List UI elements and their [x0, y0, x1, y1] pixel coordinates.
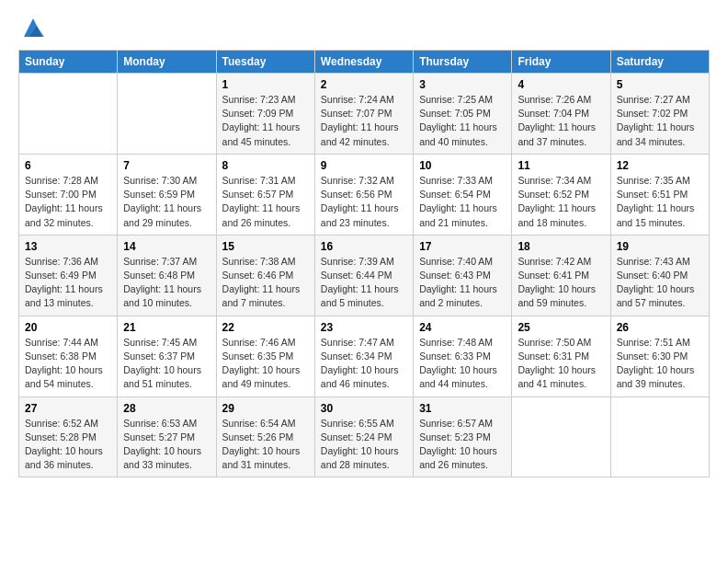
- day-number: 22: [222, 321, 309, 334]
- day-number: 26: [617, 321, 703, 334]
- day-number: 24: [419, 321, 506, 334]
- col-header-tuesday: Tuesday: [216, 51, 314, 74]
- day-info: Sunrise: 7:39 AMSunset: 6:44 PMDaylight:…: [321, 255, 407, 311]
- calendar-cell: 15Sunrise: 7:38 AMSunset: 6:46 PMDayligh…: [216, 235, 314, 316]
- calendar-cell: 27Sunrise: 6:52 AMSunset: 5:28 PMDayligh…: [19, 396, 118, 477]
- col-header-sunday: Sunday: [19, 51, 118, 74]
- day-info: Sunrise: 7:50 AMSunset: 6:31 PMDaylight:…: [518, 336, 604, 392]
- col-header-thursday: Thursday: [414, 51, 512, 74]
- calendar-cell: 29Sunrise: 6:54 AMSunset: 5:26 PMDayligh…: [216, 396, 314, 477]
- day-info: Sunrise: 7:38 AMSunset: 6:46 PMDaylight:…: [222, 255, 309, 311]
- day-info: Sunrise: 7:48 AMSunset: 6:33 PMDaylight:…: [419, 336, 506, 392]
- day-number: 29: [222, 402, 309, 415]
- calendar-cell: 14Sunrise: 7:37 AMSunset: 6:48 PMDayligh…: [118, 235, 216, 316]
- day-info: Sunrise: 6:54 AMSunset: 5:26 PMDaylight:…: [222, 417, 309, 473]
- calendar-cell: 31Sunrise: 6:57 AMSunset: 5:23 PMDayligh…: [414, 396, 512, 477]
- day-number: 1: [222, 78, 309, 91]
- day-info: Sunrise: 6:52 AMSunset: 5:28 PMDaylight:…: [25, 417, 111, 473]
- day-number: 18: [518, 240, 604, 253]
- calendar-cell: 3Sunrise: 7:25 AMSunset: 7:05 PMDaylight…: [414, 74, 512, 155]
- day-number: 19: [617, 240, 703, 253]
- day-number: 17: [419, 240, 506, 253]
- day-number: 10: [419, 159, 506, 172]
- calendar-cell: 1Sunrise: 7:23 AMSunset: 7:09 PMDaylight…: [216, 74, 314, 155]
- day-info: Sunrise: 6:53 AMSunset: 5:27 PMDaylight:…: [123, 417, 210, 473]
- day-info: Sunrise: 7:42 AMSunset: 6:41 PMDaylight:…: [518, 255, 604, 311]
- day-info: Sunrise: 7:32 AMSunset: 6:56 PMDaylight:…: [321, 174, 407, 230]
- calendar-cell: 19Sunrise: 7:43 AMSunset: 6:40 PMDayligh…: [610, 235, 709, 316]
- calendar-week-row: 20Sunrise: 7:44 AMSunset: 6:38 PMDayligh…: [19, 316, 710, 396]
- day-info: Sunrise: 7:27 AMSunset: 7:02 PMDaylight:…: [617, 93, 703, 149]
- day-info: Sunrise: 7:31 AMSunset: 6:57 PMDaylight:…: [222, 174, 309, 230]
- calendar-cell: 2Sunrise: 7:24 AMSunset: 7:07 PMDaylight…: [314, 74, 413, 155]
- logo: [18, 15, 46, 40]
- col-header-wednesday: Wednesday: [314, 51, 413, 74]
- col-header-monday: Monday: [118, 51, 216, 74]
- day-info: Sunrise: 6:57 AMSunset: 5:23 PMDaylight:…: [419, 417, 506, 473]
- calendar-cell: 20Sunrise: 7:44 AMSunset: 6:38 PMDayligh…: [19, 316, 118, 396]
- day-number: 6: [25, 159, 111, 172]
- calendar-cell: 12Sunrise: 7:35 AMSunset: 6:51 PMDayligh…: [610, 154, 709, 235]
- day-number: 28: [123, 402, 210, 415]
- day-info: Sunrise: 7:35 AMSunset: 6:51 PMDaylight:…: [617, 174, 703, 230]
- calendar-cell: 30Sunrise: 6:55 AMSunset: 5:24 PMDayligh…: [314, 396, 413, 477]
- day-info: Sunrise: 7:40 AMSunset: 6:43 PMDaylight:…: [419, 255, 506, 311]
- calendar-cell: [19, 74, 118, 155]
- day-number: 31: [419, 402, 506, 415]
- day-info: Sunrise: 7:25 AMSunset: 7:05 PMDaylight:…: [419, 93, 506, 149]
- day-number: 30: [321, 402, 407, 415]
- day-info: Sunrise: 7:36 AMSunset: 6:49 PMDaylight:…: [25, 255, 111, 311]
- calendar-cell: 22Sunrise: 7:46 AMSunset: 6:35 PMDayligh…: [216, 316, 314, 396]
- day-number: 20: [25, 321, 111, 334]
- calendar-table: SundayMondayTuesdayWednesdayThursdayFrid…: [18, 50, 710, 477]
- calendar-week-row: 27Sunrise: 6:52 AMSunset: 5:28 PMDayligh…: [19, 396, 710, 477]
- calendar-cell: 8Sunrise: 7:31 AMSunset: 6:57 PMDaylight…: [216, 154, 314, 235]
- calendar-cell: 18Sunrise: 7:42 AMSunset: 6:41 PMDayligh…: [512, 235, 610, 316]
- day-info: Sunrise: 7:51 AMSunset: 6:30 PMDaylight:…: [617, 336, 703, 392]
- day-number: 3: [419, 78, 506, 91]
- calendar-cell: 7Sunrise: 7:30 AMSunset: 6:59 PMDaylight…: [118, 154, 216, 235]
- calendar-week-row: 6Sunrise: 7:28 AMSunset: 7:00 PMDaylight…: [19, 154, 710, 235]
- day-number: 23: [321, 321, 407, 334]
- day-info: Sunrise: 7:30 AMSunset: 6:59 PMDaylight:…: [123, 174, 210, 230]
- day-number: 2: [321, 78, 407, 91]
- calendar-cell: 26Sunrise: 7:51 AMSunset: 6:30 PMDayligh…: [610, 316, 709, 396]
- calendar-cell: 6Sunrise: 7:28 AMSunset: 7:00 PMDaylight…: [19, 154, 118, 235]
- day-number: 7: [123, 159, 210, 172]
- calendar-cell: 21Sunrise: 7:45 AMSunset: 6:37 PMDayligh…: [118, 316, 216, 396]
- calendar-cell: 23Sunrise: 7:47 AMSunset: 6:34 PMDayligh…: [314, 316, 413, 396]
- day-number: 4: [518, 78, 604, 91]
- calendar-cell: [512, 396, 610, 477]
- day-info: Sunrise: 7:24 AMSunset: 7:07 PMDaylight:…: [321, 93, 407, 149]
- calendar-cell: 13Sunrise: 7:36 AMSunset: 6:49 PMDayligh…: [19, 235, 118, 316]
- header: [18, 15, 710, 40]
- calendar-cell: [610, 396, 709, 477]
- calendar-cell: 9Sunrise: 7:32 AMSunset: 6:56 PMDaylight…: [314, 154, 413, 235]
- day-info: Sunrise: 7:34 AMSunset: 6:52 PMDaylight:…: [518, 174, 604, 230]
- day-number: 8: [222, 159, 309, 172]
- day-number: 25: [518, 321, 604, 334]
- calendar-cell: 28Sunrise: 6:53 AMSunset: 5:27 PMDayligh…: [118, 396, 216, 477]
- calendar-week-row: 1Sunrise: 7:23 AMSunset: 7:09 PMDaylight…: [19, 74, 710, 155]
- calendar-cell: 4Sunrise: 7:26 AMSunset: 7:04 PMDaylight…: [512, 74, 610, 155]
- day-number: 5: [617, 78, 703, 91]
- calendar-cell: 24Sunrise: 7:48 AMSunset: 6:33 PMDayligh…: [414, 316, 512, 396]
- day-info: Sunrise: 7:28 AMSunset: 7:00 PMDaylight:…: [25, 174, 111, 230]
- calendar-cell: 17Sunrise: 7:40 AMSunset: 6:43 PMDayligh…: [414, 235, 512, 316]
- calendar-cell: 25Sunrise: 7:50 AMSunset: 6:31 PMDayligh…: [512, 316, 610, 396]
- day-number: 13: [25, 240, 111, 253]
- day-number: 16: [321, 240, 407, 253]
- calendar-cell: 11Sunrise: 7:34 AMSunset: 6:52 PMDayligh…: [512, 154, 610, 235]
- day-info: Sunrise: 7:26 AMSunset: 7:04 PMDaylight:…: [518, 93, 604, 149]
- calendar-cell: 16Sunrise: 7:39 AMSunset: 6:44 PMDayligh…: [314, 235, 413, 316]
- day-number: 21: [123, 321, 210, 334]
- col-header-saturday: Saturday: [610, 51, 709, 74]
- calendar-week-row: 13Sunrise: 7:36 AMSunset: 6:49 PMDayligh…: [19, 235, 710, 316]
- day-number: 14: [123, 240, 210, 253]
- calendar-header-row: SundayMondayTuesdayWednesdayThursdayFrid…: [19, 51, 710, 74]
- day-info: Sunrise: 7:23 AMSunset: 7:09 PMDaylight:…: [222, 93, 309, 149]
- day-number: 9: [321, 159, 407, 172]
- day-number: 12: [617, 159, 703, 172]
- day-info: Sunrise: 7:45 AMSunset: 6:37 PMDaylight:…: [123, 336, 210, 392]
- day-info: Sunrise: 7:44 AMSunset: 6:38 PMDaylight:…: [25, 336, 111, 392]
